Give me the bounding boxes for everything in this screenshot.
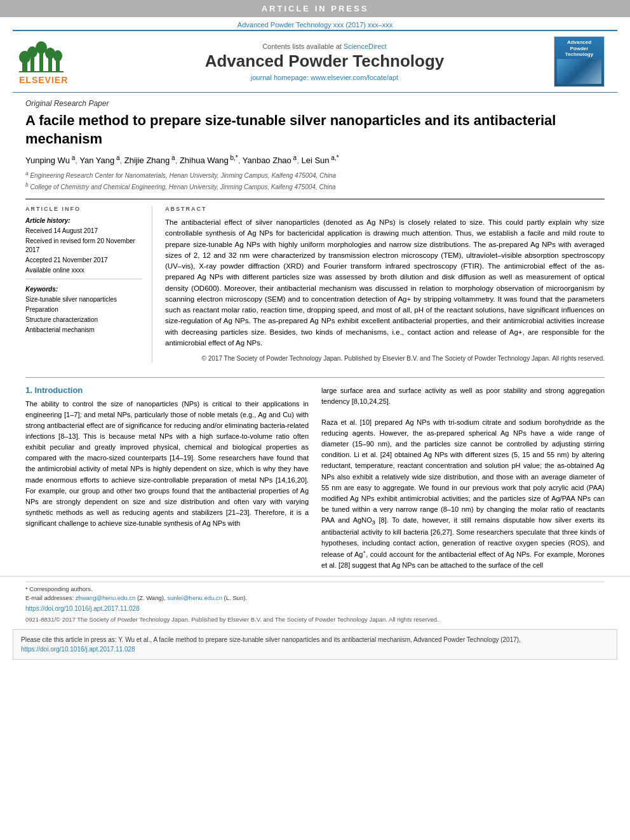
copyright-text: © 2017 The Society of Powder Technology … xyxy=(165,354,605,363)
corresponding-authors-label: * Corresponding authors. xyxy=(25,585,605,594)
journal-homepage: journal homepage: www.elsevier.com/locat… xyxy=(95,74,554,81)
keyword-4: Antibacterial mechanism xyxy=(25,326,142,335)
keyword-1: Size-tunable silver nanoparticles xyxy=(25,295,142,304)
section-divider xyxy=(25,377,605,378)
svg-rect-6 xyxy=(48,57,52,72)
sciencedirect-link[interactable]: ScienceDirect xyxy=(344,43,387,50)
issn-line: 0921-8831/© 2017 The Society of Powder T… xyxy=(0,615,630,624)
article-history-label: Article history: xyxy=(25,217,142,224)
authors-line: Yunping Wu a, Yan Yang a, Zhijie Zhang a… xyxy=(25,154,605,165)
intro-col-left: 1. Introduction The ability to control t… xyxy=(25,385,309,571)
received-date: Received 14 August 2017 xyxy=(25,227,142,236)
intro-section-title: 1. Introduction xyxy=(25,385,309,395)
contents-line: Contents lists available at ScienceDirec… xyxy=(95,43,554,50)
email-label: E-mail addresses: xyxy=(25,594,76,601)
affiliation-a: a Engineering Research Center for Nanoma… xyxy=(25,170,605,181)
journal-cover-area: AdvancedPowderTechnology xyxy=(554,36,611,87)
intro-text-col2b: Raza et al. [10] prepared Ag NPs with tr… xyxy=(321,417,605,571)
revised-date: Received in revised form 20 November 201… xyxy=(25,237,142,255)
svg-rect-4 xyxy=(39,52,43,72)
keywords-label: Keywords: xyxy=(25,286,142,293)
article-info-heading: ARTICLE INFO xyxy=(25,206,142,212)
citation-box: Please cite this article in press as: Y.… xyxy=(13,629,617,660)
intro-col-right: large surface area and surface activity … xyxy=(321,385,605,571)
email-zhwang[interactable]: zhwang@henu.edu.cn xyxy=(76,594,136,601)
article-type: Original Research Paper xyxy=(25,99,605,108)
contents-label: Contents lists available at xyxy=(262,43,342,50)
abstract-heading: ABSTRACT xyxy=(165,206,605,212)
email-sunlei-name: (L. Sun). xyxy=(224,594,247,601)
elsevier-tree-icon xyxy=(19,38,64,73)
citation-doi-link[interactable]: https://doi.org/10.1016/j.apt.2017.11.02… xyxy=(21,646,135,653)
article-title: A facile method to prepare size-tunable … xyxy=(25,112,605,148)
article-in-press-banner: ARTICLE IN PRESS xyxy=(0,0,630,17)
footnote-divider xyxy=(25,582,605,582)
online-date: Available online xxxx xyxy=(25,266,142,275)
intro-text-col2: large surface area and surface activity … xyxy=(321,385,605,407)
doi-link[interactable]: https://doi.org/10.1016/j.apt.2017.11.02… xyxy=(25,605,140,612)
affiliation-b: b College of Chemistry and Chemical Engi… xyxy=(25,181,605,192)
email-addresses: E-mail addresses: zhwang@henu.edu.cn (Z.… xyxy=(25,594,605,603)
keyword-2: Preparation xyxy=(25,305,142,314)
citation-box-text: Please cite this article in press as: Y.… xyxy=(21,635,609,654)
journal-cover-thumbnail: AdvancedPowderTechnology xyxy=(554,36,605,87)
elsevier-wordmark: ELSEVIER xyxy=(19,75,68,85)
abstract-text: The antibacterial effect of silver nanop… xyxy=(165,217,605,349)
article-info-abstract-section: ARTICLE INFO Article history: Received 1… xyxy=(25,199,605,363)
intro-text-col1: The ability to control the size of nanop… xyxy=(25,399,309,529)
doi-line: https://doi.org/10.1016/j.apt.2017.11.02… xyxy=(0,603,630,615)
homepage-link[interactable]: journal homepage: www.elsevier.com/locat… xyxy=(251,74,398,81)
abstract-column: ABSTRACT The antibacterial effect of sil… xyxy=(165,206,605,363)
email-sunlei[interactable]: sunlei@henu.edu.cn xyxy=(167,594,222,601)
page-container: ARTICLE IN PRESS Advanced Powder Technol… xyxy=(0,0,630,840)
banner-text: ARTICLE IN PRESS xyxy=(262,4,369,13)
accepted-date: Accepted 21 November 2017 xyxy=(25,256,142,265)
journal-ref-line: Advanced Powder Technology xxx (2017) xx… xyxy=(0,17,630,30)
article-info-column: ARTICLE INFO Article history: Received 1… xyxy=(25,206,152,363)
elsevier-logo: ELSEVIER xyxy=(19,38,95,85)
keyword-3: Structure characterization xyxy=(25,316,142,324)
journal-ref-text: Advanced Powder Technology xxx (2017) xx… xyxy=(238,21,392,29)
email-zhwang-name: (Z. Wang), xyxy=(137,594,167,601)
elsevier-logo-area: ELSEVIER xyxy=(19,38,95,85)
journal-header: ELSEVIER Contents lists available at Sci… xyxy=(13,30,617,93)
svg-rect-8 xyxy=(56,60,60,72)
affiliations: a Engineering Research Center for Nanoma… xyxy=(25,170,605,193)
journal-title: Advanced Powder Technology xyxy=(95,51,554,71)
introduction-section: 1. Introduction The ability to control t… xyxy=(0,385,630,571)
footnote-section: * Corresponding authors. E-mail addresse… xyxy=(0,576,630,603)
svg-rect-2 xyxy=(30,56,34,72)
svg-point-9 xyxy=(53,50,62,62)
info-divider xyxy=(25,279,142,279)
main-content: Original Research Paper A facile method … xyxy=(0,93,630,370)
journal-header-center: Contents lists available at ScienceDirec… xyxy=(95,43,554,81)
